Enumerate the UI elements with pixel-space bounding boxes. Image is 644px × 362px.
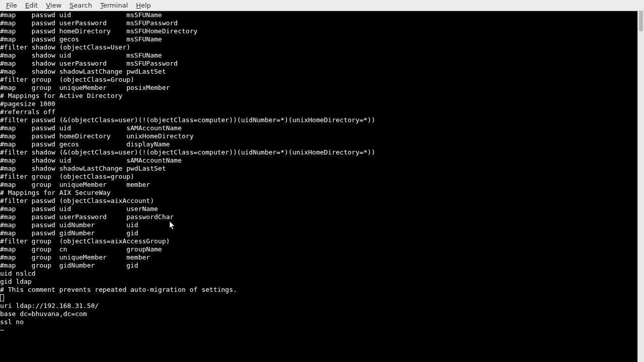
scrollbar-thumb[interactable] (639, 11, 643, 31)
terminal-line: #pagesize 1000 (0, 100, 637, 108)
terminal-line: #filter group (objectClass=Group) (0, 76, 637, 84)
menu-file[interactable]: File (2, 1, 21, 10)
terminal-line: #filter group (objectClass=aixAccessGrou… (0, 237, 637, 245)
terminal-line: #filter passwd (objectClass=aixAccount) (0, 197, 637, 205)
terminal-line: #map passwd uid sAMAccountName (0, 124, 637, 132)
terminal-line: gid ldap (0, 278, 637, 286)
terminal-line: #filter shadow (&(objectClass=user)(!(ob… (0, 148, 637, 157)
terminal-line: #map passwd userPassword passwordChar (0, 213, 637, 221)
scrollbar[interactable] (637, 11, 644, 362)
terminal-line: #map shadow userPassword msSFUPassword (0, 60, 637, 68)
terminal-line: uri ldap://192.168.31.50/ (0, 302, 637, 310)
terminal-line: #map passwd uid userName (0, 205, 637, 213)
terminal-line: #map passwd uid msSFUName (0, 11, 637, 19)
terminal-line: #filter group (objectClass=group) (0, 173, 637, 181)
terminal-line: # Mappings for Active Directory (0, 92, 637, 100)
terminal-line: #map group uniqueMember posixMember (0, 84, 637, 92)
terminal-line: #map passwd userPassword msSFUPassword (0, 19, 637, 27)
terminal-line: #map passwd homeDirectory msSFUHomeDirec… (0, 27, 637, 35)
terminal-line: # Mappings for AIX SecureWay (0, 189, 637, 197)
terminal-line: #map passwd gecos msSFUName (0, 35, 637, 43)
terminal-line: #map passwd gidNumber gid (0, 229, 637, 237)
terminal-line (0, 294, 637, 302)
terminal-line: #map passwd uidNumber uid (0, 221, 637, 229)
cursor (0, 294, 4, 301)
terminal-line: ssl no (0, 318, 637, 326)
terminal-line: #filter shadow (objectClass=User) (0, 43, 637, 51)
terminal-line: uid nslcd (0, 270, 637, 278)
terminal-output[interactable]: #map passwd uid msSFUName#map passwd use… (0, 11, 637, 362)
terminal-line: base dc=bhuvana,dc=com (0, 310, 637, 318)
menu-view[interactable]: View (42, 1, 66, 10)
terminal-line: #map group uniqueMember member (0, 253, 637, 262)
terminal-line: #map shadow shadowLastChange pwdLastSet (0, 165, 637, 173)
menubar: File Edit View Search Terminal Help (0, 0, 644, 11)
menu-search[interactable]: Search (66, 1, 96, 10)
terminal-line: #map shadow shadowLastChange pwdLastSet (0, 68, 637, 76)
menu-edit[interactable]: Edit (21, 1, 42, 10)
terminal-line: #referrals off (0, 108, 637, 116)
terminal-line: #map shadow uid sAMAccountName (0, 157, 637, 165)
terminal-line: #map shadow uid msSFUName (0, 51, 637, 60)
terminal-line: #map passwd homeDirectory unixHomeDirect… (0, 132, 637, 140)
terminal-line: ~ (0, 326, 637, 334)
menu-help[interactable]: Help (132, 1, 155, 10)
menu-terminal[interactable]: Terminal (96, 1, 132, 10)
terminal-line: #filter passwd (&(objectClass=user)(!(ob… (0, 116, 637, 124)
terminal-line: #map passwd gecos displayName (0, 140, 637, 148)
terminal-line: #map group uniqueMember member (0, 181, 637, 189)
terminal-area: #map passwd uid msSFUName#map passwd use… (0, 11, 644, 362)
terminal-line: #map group gidNumber gid (0, 262, 637, 270)
terminal-line: # This comment prevents repeated auto-mi… (0, 286, 637, 294)
terminal-line: #map group cn groupName (0, 245, 637, 253)
